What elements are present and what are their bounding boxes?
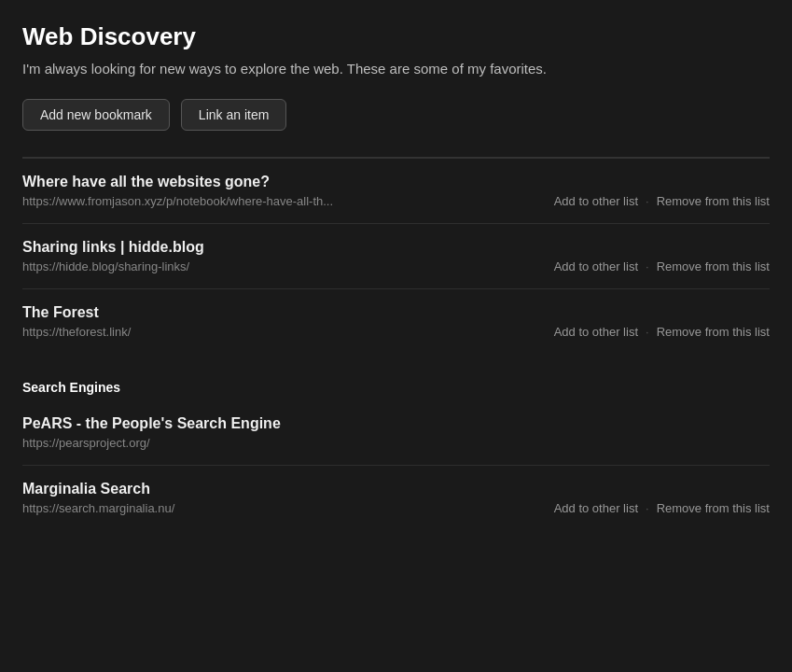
remove-from-list-button[interactable]: Remove from this list xyxy=(657,325,770,339)
item-url: https://pearsproject.org/ xyxy=(22,436,150,450)
remove-from-list-button[interactable]: Remove from this list xyxy=(657,259,770,273)
item-row: https://www.fromjason.xyz/p/notebook/whe… xyxy=(22,194,770,208)
list-item: PeARS - the People's Search Engine https… xyxy=(22,400,770,466)
item-title: Marginalia Search xyxy=(22,481,770,497)
list-item: Marginalia Search https://search.margina… xyxy=(22,466,770,530)
toolbar: Add new bookmark Link an item xyxy=(22,99,770,131)
add-bookmark-button[interactable]: Add new bookmark xyxy=(22,99,170,131)
section-label: Search Engines xyxy=(22,361,770,400)
item-actions: Add to other list · Remove from this lis… xyxy=(554,259,770,273)
action-separator: · xyxy=(646,259,649,273)
item-actions: Add to other list · Remove from this lis… xyxy=(554,194,770,208)
remove-from-list-button[interactable]: Remove from this list xyxy=(657,194,770,208)
add-to-other-list-button[interactable]: Add to other list xyxy=(554,325,638,339)
item-url: https://www.fromjason.xyz/p/notebook/whe… xyxy=(22,194,333,208)
item-url: https://theforest.link/ xyxy=(22,325,131,339)
add-to-other-list-button[interactable]: Add to other list xyxy=(554,194,638,208)
item-title: Where have all the websites gone? xyxy=(22,174,770,190)
action-separator: · xyxy=(646,325,649,339)
item-row: https://search.marginalia.nu/ Add to oth… xyxy=(22,501,770,515)
link-item-button[interactable]: Link an item xyxy=(181,99,286,131)
add-to-other-list-button[interactable]: Add to other list xyxy=(554,259,638,273)
page-title: Web Discovery xyxy=(22,22,770,51)
item-url: https://search.marginalia.nu/ xyxy=(22,501,174,515)
item-title: Sharing links | hidde.blog xyxy=(22,239,770,256)
item-actions: Add to other list · Remove from this lis… xyxy=(554,325,770,339)
list-item: The Forest https://theforest.link/ Add t… xyxy=(22,289,770,354)
item-row: https://theforest.link/ Add to other lis… xyxy=(22,325,770,339)
item-url: https://hidde.blog/sharing-links/ xyxy=(22,259,189,273)
top-items-section: Where have all the websites gone? https:… xyxy=(22,158,770,354)
item-title: The Forest xyxy=(22,304,770,321)
list-item: Sharing links | hidde.blog https://hidde… xyxy=(22,224,770,289)
page-container: Web Discovery I'm always looking for new… xyxy=(0,0,792,553)
list-item: Where have all the websites gone? https:… xyxy=(22,159,770,224)
item-row: https://hidde.blog/sharing-links/ Add to… xyxy=(22,259,770,273)
page-description: I'm always looking for new ways to explo… xyxy=(22,61,770,77)
item-title: PeARS - the People's Search Engine xyxy=(22,415,770,432)
remove-from-list-button[interactable]: Remove from this list xyxy=(657,501,770,515)
action-separator: · xyxy=(646,194,649,208)
section-block: Search Engines PeARS - the People's Sear… xyxy=(22,361,770,530)
add-to-other-list-button[interactable]: Add to other list xyxy=(554,501,638,515)
item-row: https://pearsproject.org/ xyxy=(22,436,770,450)
item-actions: Add to other list · Remove from this lis… xyxy=(554,501,770,515)
action-separator: · xyxy=(646,501,649,515)
